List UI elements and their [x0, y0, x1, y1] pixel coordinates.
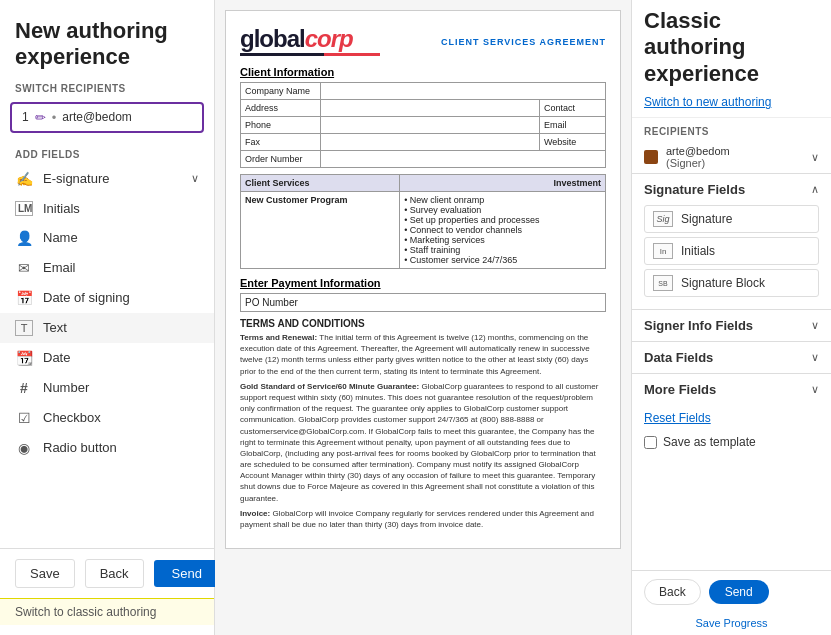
- signature-fields-title: Signature Fields: [644, 182, 745, 197]
- phone-value: [321, 117, 540, 134]
- switch-classic-button[interactable]: Switch to classic authoring: [0, 598, 214, 625]
- name-icon: 👤: [15, 230, 33, 246]
- save-template-row: Save as template: [632, 431, 831, 457]
- center-panel: globalcorp CLIENT SERVICES AGREEMENT Cli…: [215, 0, 631, 635]
- company-name-value: [321, 83, 606, 100]
- right-recipient-role: (Signer): [666, 157, 803, 169]
- sig-fields-list: Sig Signature In Initials SB Signature B…: [632, 205, 831, 309]
- right-recipient-info: arte@bedom (Signer): [666, 145, 803, 169]
- number-icon: #: [15, 380, 33, 396]
- recipient-box[interactable]: 1 ✏ • arte@bedom: [10, 102, 204, 133]
- back-button[interactable]: Back: [85, 559, 144, 588]
- field-item-email[interactable]: ✉ Email: [0, 253, 214, 283]
- terms-renewal-title: Terms and Renewal:: [240, 333, 317, 342]
- initials-icon: LM: [15, 201, 33, 216]
- signature-fields-header[interactable]: Signature Fields ∧: [632, 173, 831, 205]
- text-icon: T: [15, 320, 33, 336]
- contact-cell: Contact: [540, 100, 606, 117]
- send-button[interactable]: Send: [154, 560, 220, 587]
- field-item-number[interactable]: # Number: [0, 373, 214, 403]
- sig-field-initials-label: Initials: [681, 244, 715, 258]
- right-back-button[interactable]: Back: [644, 579, 701, 605]
- field-item-date-signing[interactable]: 📅 Date of signing: [0, 283, 214, 313]
- data-fields-title: Data Fields: [644, 350, 713, 365]
- client-info-table: Company Name Address Contact Phone Email…: [240, 82, 606, 168]
- field-item-date[interactable]: 📆 Date: [0, 343, 214, 373]
- left-panel-title: New authoring experience: [0, 10, 214, 75]
- field-label-name: Name: [43, 230, 199, 245]
- initials-field-icon: In: [653, 243, 673, 259]
- save-template-checkbox[interactable]: [644, 436, 657, 449]
- sig-field-signature-block[interactable]: SB Signature Block: [644, 269, 819, 297]
- right-panel-title: Classic authoring experience: [632, 0, 831, 91]
- data-fields-chevron: ∨: [811, 351, 819, 364]
- data-fields-header[interactable]: Data Fields ∨: [632, 341, 831, 373]
- field-label-initials: Initials: [43, 201, 199, 216]
- client-info-title: Client Information: [240, 66, 606, 78]
- field-item-text[interactable]: T Text: [0, 313, 214, 343]
- signer-info-chevron: ∨: [811, 319, 819, 332]
- invoice-text: Invoice: GlobalCorp will invoice Company…: [240, 508, 606, 530]
- save-progress-button[interactable]: Save Progress: [632, 613, 831, 635]
- field-item-name[interactable]: 👤 Name: [0, 223, 214, 253]
- field-item-initials[interactable]: LM Initials: [0, 194, 214, 223]
- agreement-title-block: CLIENT SERVICES AGREEMENT: [441, 36, 606, 47]
- signer-info-header[interactable]: Signer Info Fields ∨: [632, 309, 831, 341]
- company-name-label: Company Name: [241, 83, 321, 100]
- table-row: Fax Website: [241, 134, 606, 151]
- more-fields-title: More Fields: [644, 382, 716, 397]
- sig-field-initials[interactable]: In Initials: [644, 237, 819, 265]
- field-label-text: Text: [43, 320, 199, 335]
- signer-info-title: Signer Info Fields: [644, 318, 753, 333]
- order-number-label: Order Number: [241, 151, 321, 168]
- switch-new-authoring-button[interactable]: Switch to new authoring: [632, 91, 831, 118]
- website-label-cell: Website: [540, 134, 606, 151]
- phone-label: Phone: [241, 117, 321, 134]
- table-row: Phone Email: [241, 117, 606, 134]
- order-number-value: [321, 151, 606, 168]
- logo-underline: [240, 53, 380, 56]
- services-header-row: Client Services Investment: [241, 175, 606, 192]
- po-label: PO Number: [245, 297, 298, 308]
- recipients-label: RECIPIENTS: [632, 118, 831, 141]
- field-label-date-signing: Date of signing: [43, 290, 199, 305]
- table-row: Order Number: [241, 151, 606, 168]
- field-label-esignature: E-signature: [43, 171, 181, 186]
- email-icon: ✉: [15, 260, 33, 276]
- radio-icon: ◉: [15, 440, 33, 456]
- field-label-date: Date: [43, 350, 199, 365]
- logo: globalcorp: [240, 25, 380, 58]
- field-item-radio[interactable]: ◉ Radio button: [0, 433, 214, 463]
- invoice-label: Invoice:: [240, 509, 270, 518]
- save-button[interactable]: Save: [15, 559, 75, 588]
- right-send-button[interactable]: Send: [709, 580, 769, 604]
- bottom-bar: Save Back Send: [0, 548, 214, 598]
- field-label-email: Email: [43, 260, 199, 275]
- logo-text: globalcorp: [240, 25, 380, 53]
- field-item-esignature[interactable]: ✍ E-signature ∨: [0, 164, 214, 194]
- signature-fields-chevron: ∧: [811, 183, 819, 196]
- right-panel: Classic authoring experience Switch to n…: [631, 0, 831, 635]
- gold-standard-title: Gold Standard of Service/60 Minute Guara…: [240, 382, 419, 391]
- add-fields-label: ADD FIELDS: [0, 137, 214, 164]
- table-row: Company Name: [241, 83, 606, 100]
- agreement-title: CLIENT SERVICES AGREEMENT: [441, 37, 606, 47]
- field-item-checkbox[interactable]: ☑ Checkbox: [0, 403, 214, 433]
- field-label-radio: Radio button: [43, 440, 199, 455]
- edit-icon[interactable]: ✏: [35, 110, 46, 125]
- logo-row: globalcorp CLIENT SERVICES AGREEMENT: [240, 25, 606, 58]
- email-label-cell: Email: [540, 117, 606, 134]
- esignature-icon: ✍: [15, 171, 33, 187]
- services-table: Client Services Investment New Customer …: [240, 174, 606, 269]
- signature-field-icon: Sig: [653, 211, 673, 227]
- more-fields-header[interactable]: More Fields ∨: [632, 373, 831, 405]
- right-bottom-bar: Back Send: [632, 570, 831, 613]
- switch-recipients-label: SWITCH RECIPIENTS: [0, 75, 214, 98]
- recipient-email: arte@bedom: [62, 110, 132, 124]
- right-recipient-row: arte@bedom (Signer) ∨: [632, 141, 831, 173]
- reset-fields-button[interactable]: Reset Fields: [632, 405, 831, 431]
- terms-title: TERMS AND CONDITIONS: [240, 318, 606, 329]
- recipient-expand-icon[interactable]: ∨: [811, 151, 819, 164]
- right-recipient-name: arte@bedom: [666, 145, 803, 157]
- sig-field-signature[interactable]: Sig Signature: [644, 205, 819, 233]
